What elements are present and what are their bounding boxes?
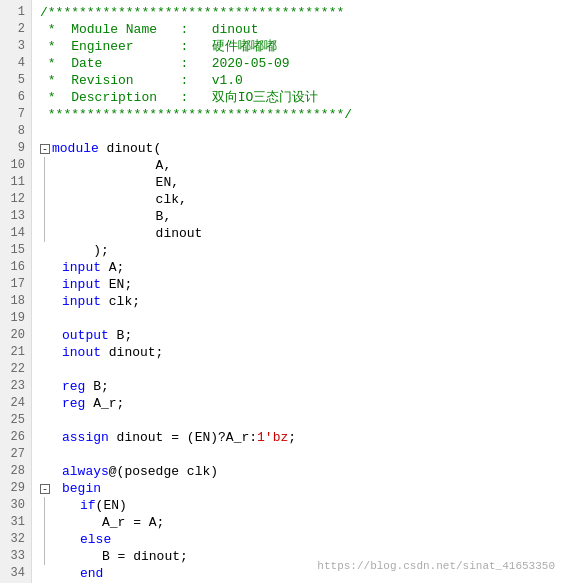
line28-text: @(posedge clk) [109,463,218,480]
line16-text: A; [101,259,124,276]
code-line-24: reg A_r; [40,395,555,412]
line4-text: * Date : 2020-05-09 [40,55,290,72]
line25-text [40,412,48,429]
keyword-output-20: output [62,327,109,344]
code-editor: 1 2 3 4 5 6 7 8 9 10 11 12 13 14 15 16 1… [0,0,563,583]
code-line-2: * Module Name : dinout [40,21,555,38]
code-line-7: **************************************/ [40,106,555,123]
line26-text: dinout = (EN)?A_r: [109,429,257,446]
keyword-reg-23: reg [62,378,85,395]
code-line-13: B, [40,208,555,225]
watermark: https://blog.csdn.net/sinat_41653350 [317,558,555,575]
line10-text: A, [62,157,171,174]
line6-text: * Description : 双向IO三态门设计 [40,89,318,106]
line19-text [40,310,48,327]
keyword-input-16: input [62,259,101,276]
code-line-31: A_r = A; [40,514,555,531]
keyword-always-28: always [62,463,109,480]
code-line-6: * Description : 双向IO三态门设计 [40,89,555,106]
line17-text: EN; [101,276,132,293]
code-line-30: if(EN) [40,497,555,514]
line8-text [40,123,48,140]
code-line-4: * Date : 2020-05-09 [40,55,555,72]
line30-text: (EN) [96,497,127,514]
code-line-19 [40,310,555,327]
line27-text [40,446,48,463]
line12-text: clk, [62,191,187,208]
code-line-10: A, [40,157,555,174]
code-line-8 [40,123,555,140]
code-line-21: inout dinout; [40,344,555,361]
line11-text: EN, [62,174,179,191]
line21-text: dinout; [101,344,163,361]
code-line-25 [40,412,555,429]
code-line-23: reg B; [40,378,555,395]
line15-text: ); [62,242,109,259]
keyword-reg-24: reg [62,395,85,412]
code-line-1: /************************************** [40,4,555,21]
line31-text: A_r = A; [102,514,164,531]
line3-text: * Engineer : 硬件嘟嘟嘟 [40,38,277,55]
line7-text: **************************************/ [40,106,352,123]
line9-text: dinout( [99,140,161,157]
line2-text: * Module Name : dinout [40,21,258,38]
keyword-assign-26: assign [62,429,109,446]
code-line-17: input EN; [40,276,555,293]
code-content: /************************************** … [32,0,563,583]
line13-text: B, [62,208,171,225]
line22-text [40,361,48,378]
code-line-29: - begin [40,480,555,497]
code-line-14: dinout [40,225,555,242]
code-line-22 [40,361,555,378]
code-line-15: ); [40,242,555,259]
code-line-3: * Engineer : 硬件嘟嘟嘟 [40,38,555,55]
line20-text: B; [109,327,132,344]
line18-text: clk; [101,293,140,310]
line1-text: /************************************** [40,4,344,21]
code-line-20: output B; [40,327,555,344]
keyword-begin-29: begin [62,480,101,497]
keyword-input-17: input [62,276,101,293]
line-numbers: 1 2 3 4 5 6 7 8 9 10 11 12 13 14 15 16 1… [0,0,32,583]
line23-text: B; [85,378,108,395]
code-line-27 [40,446,555,463]
collapse-icon-29[interactable]: - [40,484,50,494]
code-line-16: input A; [40,259,555,276]
line24-text: A_r; [85,395,124,412]
code-line-11: EN, [40,174,555,191]
code-line-26: assign dinout = (EN)?A_r:1'bz; [40,429,555,446]
code-line-12: clk, [40,191,555,208]
keyword-else-32: else [80,531,111,548]
line14-text: dinout [62,225,202,242]
line5-text: * Revision : v1.0 [40,72,243,89]
keyword-if-30: if [80,497,96,514]
keyword-end-34: end [80,565,103,582]
code-line-18: input clk; [40,293,555,310]
code-line-9: - module dinout( [40,140,555,157]
code-line-28: always@(posedge clk) [40,463,555,480]
code-line-5: * Revision : v1.0 [40,72,555,89]
line33-text: B = dinout; [102,548,188,565]
code-line-32: else [40,531,555,548]
keyword-input-18: input [62,293,101,310]
keyword-inout-21: inout [62,344,101,361]
keyword-module: module [52,140,99,157]
collapse-icon-9[interactable]: - [40,144,50,154]
